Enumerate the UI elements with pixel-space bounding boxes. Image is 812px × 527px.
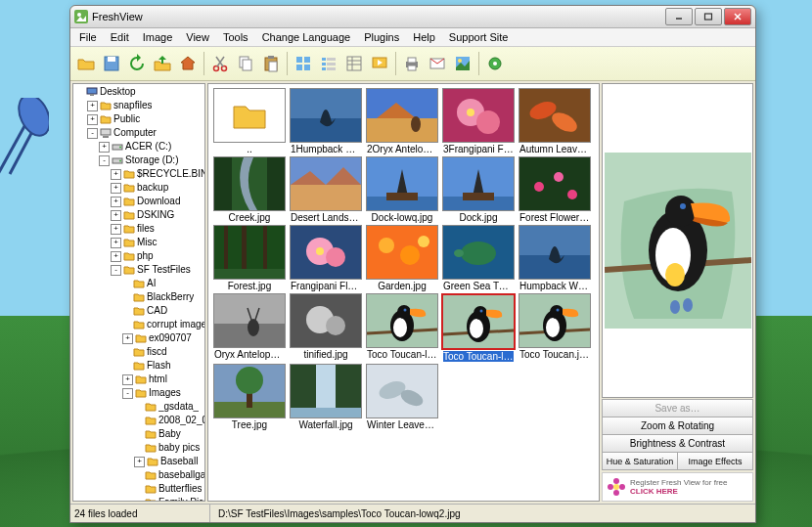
tree-node[interactable]: -Computer bbox=[75, 126, 204, 140]
plugin-icon[interactable] bbox=[483, 52, 507, 75]
thumbnail-cell[interactable]: .. bbox=[212, 88, 287, 154]
tree-node[interactable]: BlackBerry bbox=[75, 290, 204, 304]
tree-node[interactable]: Butterflies bbox=[75, 482, 204, 496]
tab-hue-saturation[interactable]: Hue & Saturation bbox=[602, 452, 678, 470]
expand-icon[interactable]: + bbox=[87, 101, 98, 111]
thumbnail-cell[interactable]: Green Sea Turtle.jpg bbox=[441, 225, 516, 291]
thumbnail-cell[interactable]: Dock-lowq.jpg bbox=[365, 156, 439, 223]
expand-icon[interactable]: + bbox=[111, 238, 121, 248]
refresh-icon[interactable] bbox=[125, 52, 149, 75]
collapse-icon[interactable]: - bbox=[111, 265, 121, 276]
disk-icon[interactable] bbox=[100, 52, 123, 75]
thumbnail-cell[interactable]: tinified.jpg bbox=[289, 293, 363, 362]
register-promo[interactable]: Register Fresh View for free CLICK HERE bbox=[602, 472, 753, 502]
detail-view-icon[interactable] bbox=[342, 52, 366, 75]
thumbnail-cell[interactable]: 3Frangipani Flo...jpg bbox=[441, 88, 516, 154]
collapse-icon[interactable]: - bbox=[122, 388, 133, 399]
collapse-icon[interactable]: - bbox=[87, 128, 98, 139]
menu-file[interactable]: File bbox=[72, 29, 104, 45]
thumbnail-cell[interactable]: 2Oryx Antelope.jpg bbox=[365, 88, 439, 154]
print-icon[interactable] bbox=[400, 52, 424, 75]
list-view-icon[interactable] bbox=[317, 52, 340, 75]
thumbnail-cell[interactable]: Waterfall.jpg bbox=[289, 364, 363, 430]
thumbnail-cell[interactable]: Toco Toucan-lo...jpg bbox=[441, 293, 516, 362]
expand-icon[interactable]: + bbox=[122, 333, 133, 344]
menu-image[interactable]: Image bbox=[136, 29, 180, 45]
tree-node[interactable]: +php bbox=[75, 249, 204, 263]
tree-node[interactable]: _gsdata_ bbox=[75, 400, 204, 414]
slideshow-icon[interactable] bbox=[368, 52, 391, 75]
tree-node[interactable]: -Storage (D:) bbox=[75, 154, 204, 167]
expand-icon[interactable]: + bbox=[111, 210, 121, 221]
tree-node[interactable]: +$RECYCLE.BIN bbox=[75, 167, 204, 181]
expand-icon[interactable]: + bbox=[111, 183, 121, 194]
thumbnail-cell[interactable]: Autumn Leaves.jpg bbox=[518, 88, 592, 154]
tab-image-effects[interactable]: Image Effects bbox=[677, 452, 753, 470]
up-icon[interactable] bbox=[151, 52, 174, 75]
wallpaper-icon[interactable] bbox=[451, 52, 474, 75]
thumbnail-cell[interactable]: Oryx Antelope.jpg bbox=[212, 293, 287, 362]
close-button[interactable] bbox=[724, 8, 751, 25]
tree-node[interactable]: baby pics bbox=[75, 441, 204, 455]
expand-icon[interactable]: + bbox=[111, 169, 121, 180]
menu-plugins[interactable]: Plugins bbox=[357, 29, 406, 45]
menu-support-site[interactable]: Support Site bbox=[442, 29, 516, 45]
tree-node[interactable]: CAD bbox=[75, 304, 204, 318]
tree-node[interactable]: +files bbox=[75, 222, 204, 236]
tree-node[interactable]: baseballgame bbox=[75, 468, 204, 482]
thumbnail-cell[interactable]: Dock.jpg bbox=[441, 156, 516, 223]
thumbnail-cell[interactable]: Tree.jpg bbox=[212, 364, 287, 430]
thumbnail-cell[interactable]: Forest.jpg bbox=[212, 225, 287, 291]
menu-help[interactable]: Help bbox=[406, 29, 442, 45]
save-as-button[interactable]: Save as… bbox=[602, 399, 753, 417]
thumbnail-cell[interactable]: Creek.jpg bbox=[212, 156, 287, 223]
zoom-rotating-button[interactable]: Zoom & Rotating bbox=[602, 417, 753, 435]
minimize-button[interactable] bbox=[665, 8, 693, 25]
thumbnail-cell[interactable]: 1Humpback W...jpg bbox=[289, 88, 363, 154]
menu-view[interactable]: View bbox=[179, 29, 216, 45]
tree-node[interactable]: Desktop bbox=[75, 85, 204, 99]
tree-node[interactable]: fiscd bbox=[75, 345, 204, 359]
paste-icon[interactable] bbox=[259, 52, 283, 75]
expand-icon[interactable]: + bbox=[122, 374, 133, 385]
thumbnail-cell[interactable]: Desert Landsca...jpg bbox=[289, 156, 363, 223]
expand-icon[interactable]: + bbox=[111, 197, 121, 207]
tree-node[interactable]: Family Pics bbox=[75, 496, 204, 502]
brightness-contrast-button[interactable]: Brightness & Contrast bbox=[602, 434, 753, 453]
thumbnail-cell[interactable]: Toco Toucan.jpg bbox=[518, 293, 592, 362]
thumbnail-cell[interactable]: Frangipani Flow...jpg bbox=[289, 225, 363, 291]
tree-node[interactable]: +DSKING bbox=[75, 208, 204, 222]
thumbnail-pane[interactable]: ..1Humpback W...jpg2Oryx Antelope.jpg3Fr… bbox=[207, 83, 600, 502]
tree-node[interactable]: +Download bbox=[75, 195, 204, 208]
thumbnail-cell[interactable]: Garden.jpg bbox=[365, 225, 439, 291]
tree-node[interactable]: -SF TestFiles bbox=[75, 263, 204, 277]
tree-node[interactable]: +Public bbox=[75, 112, 204, 126]
expand-icon[interactable]: + bbox=[87, 114, 98, 125]
maximize-button[interactable] bbox=[695, 8, 722, 25]
tree-node[interactable]: +backup bbox=[75, 181, 204, 195]
copy-icon[interactable] bbox=[234, 52, 257, 75]
titlebar[interactable]: FreshView bbox=[70, 6, 755, 28]
tree-node[interactable]: 2008_02_02 bbox=[75, 414, 204, 427]
expand-icon[interactable]: + bbox=[134, 457, 145, 467]
thumbnail-cell[interactable]: Humpback Wh...jpg bbox=[518, 225, 592, 291]
folder-tree[interactable]: Desktop+snapfiles+Public-Computer+ACER (… bbox=[72, 83, 205, 502]
mail-icon[interactable] bbox=[426, 52, 449, 75]
cut-icon[interactable] bbox=[208, 52, 232, 75]
tree-node[interactable]: AI bbox=[75, 277, 204, 290]
menu-edit[interactable]: Edit bbox=[104, 29, 136, 45]
thumbnail-cell[interactable]: Toco Toucan-lo...jpg bbox=[365, 293, 439, 362]
tree-node[interactable]: +Baseball bbox=[75, 455, 204, 468]
expand-icon[interactable]: + bbox=[111, 224, 121, 235]
tree-node[interactable]: +ACER (C:) bbox=[75, 140, 204, 154]
expand-icon[interactable]: + bbox=[111, 251, 121, 262]
tree-node[interactable]: +Misc bbox=[75, 236, 204, 249]
tree-node[interactable]: Flash bbox=[75, 359, 204, 373]
menu-change-language[interactable]: Change Language bbox=[255, 29, 358, 45]
thumbnail-cell[interactable]: Forest Flowers.jpg bbox=[518, 156, 592, 223]
tree-node[interactable]: Baby bbox=[75, 427, 204, 441]
menu-tools[interactable]: Tools bbox=[216, 29, 255, 45]
tree-node[interactable]: +ex090707 bbox=[75, 331, 204, 345]
tree-node[interactable]: +snapfiles bbox=[75, 99, 204, 112]
thumb-view-icon[interactable] bbox=[292, 52, 315, 75]
